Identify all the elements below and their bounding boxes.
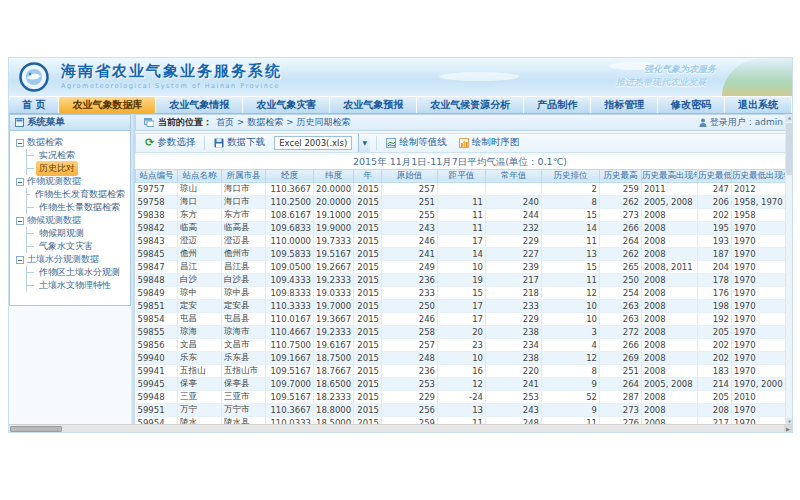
column-header: 所属市县 [222,169,266,182]
table-cell: 8 [542,364,600,377]
tree-leaf-0-1[interactable]: 历史比对 [27,162,128,175]
nav-item-6[interactable]: 产品制作 [524,97,591,113]
table-cell: 256 [382,403,438,416]
table-cell: 2005, 2008 [642,195,698,208]
table-cell: 204 [698,260,732,273]
table-cell: 229 [486,312,542,325]
horizontal-scroll-thumb[interactable] [10,426,62,432]
nav-item-0[interactable]: 首 页 [9,97,59,113]
scroll-up-arrow[interactable]: ▲ [786,114,792,122]
table-row[interactable]: 59757琼山海口市110.366720.0000201525722592011… [136,182,788,195]
table-row[interactable]: 59855琼海琼海市110.466719.2333201525820238327… [136,325,788,338]
tree-leaf-3-1[interactable]: 土壤水文物理特性 [27,279,128,292]
table-cell: 266 [600,338,642,351]
nav-item-4[interactable]: 农业气象预报 [330,97,417,113]
table-row[interactable]: 59945保亭保亭县109.700018.6500201525312241926… [136,377,788,390]
table-cell: 273 [600,208,642,221]
sidebar-header-label: 系统菜单 [27,116,65,129]
table-row[interactable]: 59845儋州儋州市109.583319.5167201524114227132… [136,247,788,260]
table-row[interactable]: 59856文昌文昌市110.750019.6167201525723234426… [136,338,788,351]
table-cell: 183 [698,364,732,377]
draw-contour-button[interactable]: 绘制等值线 [383,135,450,150]
format-dropdown-button[interactable]: ▼ [358,134,370,152]
table-cell: 1970 [732,338,788,351]
table-cell: 233 [382,286,438,299]
table-cell: 10 [542,312,600,325]
table-cell: 11 [542,273,600,286]
table-cell: 19.9000 [314,221,354,234]
table-cell: 266 [600,221,642,234]
table-cell: 206 [698,195,732,208]
scroll-right-arrow[interactable]: ▶ [784,425,792,433]
nav-item-3[interactable]: 农业气象灾害 [243,97,330,113]
table-cell: 109.0500 [266,260,314,273]
table-cell: 儋州 [178,247,222,260]
tree-children: 作物生长发育数据检索作物生长量数据检索 [26,188,128,214]
table-row[interactable]: 59758海口海口市110.250020.0000201525111240826… [136,195,788,208]
table-cell: 23 [438,338,486,351]
vertical-scrollbar[interactable]: ▲ ▼ [785,114,792,426]
collapse-icon[interactable] [16,178,24,186]
nav-item-9[interactable]: 退出系统 [725,97,792,113]
tree-children: 作物区土壤水分观测土壤水文物理特性 [26,266,128,292]
table-cell: 19.7333 [314,234,354,247]
table-cell: 255 [382,208,438,221]
table-cell: 19.1000 [314,208,354,221]
collapse-icon[interactable] [16,217,24,225]
table-cell: 3 [542,325,600,338]
table-row[interactable]: 59948三亚三亚市109.516718.23332015229-2425352… [136,390,788,403]
table-cell: 琼中县 [222,286,266,299]
table-cell: 254 [600,286,642,299]
table-cell: 20.0000 [314,195,354,208]
table-row[interactable]: 59849琼中琼中县109.833319.0333201523315218122… [136,286,788,299]
table-cell: 193 [698,234,732,247]
table-cell: 2015 [354,325,382,338]
nav-item-2[interactable]: 农业气象情报 [156,97,243,113]
table-row[interactable]: 59848白沙白沙县109.433319.2333201523619217112… [136,273,788,286]
column-header: 历史最高出现年份 [642,169,698,182]
table-row[interactable]: 59843澄迈澄迈县110.000019.7333201524617229112… [136,234,788,247]
table-cell: 2010 [732,390,788,403]
draw-timeseries-button[interactable]: 绘制时序图 [456,135,523,150]
table-row[interactable]: 59838东方东方市108.616719.1000201525511244152… [136,208,788,221]
column-header: 站点编号 [136,169,178,182]
collapse-icon[interactable] [16,256,24,264]
nav-item-5[interactable]: 农业气候资源分析 [417,97,524,113]
table-cell: 10 [438,260,486,273]
table-cell: 三亚市 [222,390,266,403]
table-cell: 265 [600,260,642,273]
table-row[interactable]: 59854屯昌屯昌县110.016719.3667201524617229102… [136,312,788,325]
table-row[interactable]: 59851定安定安县110.333319.7000201525017233102… [136,299,788,312]
nav-item-8[interactable]: 修改密码 [658,97,725,113]
collapse-icon[interactable] [16,139,24,147]
table-cell: 52 [542,390,600,403]
nav-item-1[interactable]: 农业气象数据库 [59,97,156,113]
table-row[interactable]: 59940乐东乐东县109.166718.7500201524810238122… [136,351,788,364]
table-cell: 1970 [732,247,788,260]
table-cell: 59851 [136,299,178,312]
download-format-select[interactable]: Excel 2003(.xls) [274,136,352,150]
table-cell: 三亚 [178,390,222,403]
table-cell: 19.7000 [314,299,354,312]
cloud-decoration [439,72,519,81]
param-select-button[interactable]: ⟳ 参数选择 [142,135,198,150]
bar-chart-icon [459,138,469,148]
table-row[interactable]: 59951万宁万宁市110.366718.8000201525613243927… [136,403,788,416]
vertical-scroll-thumb[interactable] [786,123,792,175]
breadcrumb[interactable]: 首页 > 数据检索 > 历史同期检索 [216,116,351,129]
table-cell: 59838 [136,208,178,221]
table-row[interactable]: 59847昌江昌江县109.050019.2667201524910239152… [136,260,788,273]
table-row[interactable]: 59842临高临高县109.683319.9000201524311232142… [136,221,788,234]
table-row[interactable]: 59941五指山五指山市109.516718.76672015236162208… [136,364,788,377]
tree-leaf-1-1[interactable]: 作物生长量数据检索 [27,201,128,214]
table-cell: 文昌市 [222,338,266,351]
horizontal-scrollbar[interactable]: ▶ [9,424,792,432]
nav-item-7[interactable]: 指标管理 [591,97,658,113]
table-cell: 109.7000 [266,377,314,390]
data-download-button[interactable]: 数据下载 [211,135,268,150]
table-cell: 109.5833 [266,247,314,260]
table-cell: 59856 [136,338,178,351]
table-cell: 18.7667 [314,364,354,377]
table-cell: 257 [382,182,438,195]
tree-leaf-2-1[interactable]: 气象水文灾害 [27,240,128,253]
